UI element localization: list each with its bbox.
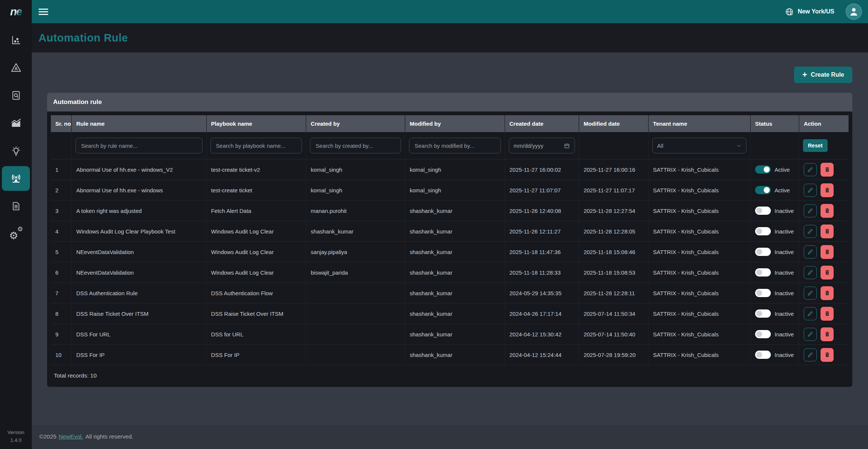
trash-icon <box>824 167 830 172</box>
cell-modified-by: shashank_kumar <box>405 345 505 365</box>
status-toggle[interactable] <box>755 351 771 359</box>
sidebar-item-analytics[interactable] <box>2 28 30 52</box>
cell-rule-name: DSS For IP <box>71 345 206 365</box>
cell-created-by <box>306 303 405 324</box>
cell-sr-no: 6 <box>51 262 71 283</box>
delete-rule-button[interactable] <box>821 163 834 177</box>
bubble-chart-icon <box>10 34 22 46</box>
sidebar-nav: A <box>0 26 32 248</box>
plus-icon: + <box>802 71 807 79</box>
delete-rule-button[interactable] <box>821 307 834 321</box>
edit-rule-button[interactable] <box>804 348 817 361</box>
delete-rule-button[interactable] <box>821 327 834 341</box>
toggle-knob <box>756 311 762 317</box>
edit-rule-button[interactable] <box>804 266 817 279</box>
brand-logo[interactable]: ne <box>0 0 32 23</box>
footer: ©2025 NewEvol. All rights reserved. <box>32 424 868 449</box>
cell-modified-by: shashank_kumar <box>405 303 505 324</box>
delete-rule-button[interactable] <box>821 224 834 238</box>
automation-rules-table: Sr. no. Rule name Playbook name Created … <box>51 115 849 365</box>
rule-name-search-input[interactable] <box>76 138 203 153</box>
status-toggle[interactable] <box>755 186 771 194</box>
cell-sr-no: 8 <box>51 303 71 324</box>
actions-row: + Create Rule <box>47 67 852 83</box>
app-version: Version 1.4.0 <box>0 429 32 445</box>
cell-tenant-name: SATTRIX - Krish_Cubicals <box>648 242 750 262</box>
user-avatar[interactable] <box>846 3 862 20</box>
cell-modified-by: shashank_kumar <box>405 324 505 345</box>
cell-created-by <box>306 345 405 365</box>
alert-triangle-icon: A <box>10 62 22 73</box>
edit-rule-button[interactable] <box>804 163 817 176</box>
edit-rule-button[interactable] <box>804 245 817 259</box>
broadcast-automation-icon <box>10 172 22 184</box>
edit-rule-button[interactable] <box>804 225 817 238</box>
status-toggle[interactable] <box>755 309 771 318</box>
delete-rule-button[interactable] <box>821 348 834 362</box>
cell-action <box>799 262 849 283</box>
reset-filters-button[interactable]: Reset <box>803 139 828 152</box>
cell-created-by: shashank_kumar <box>306 221 405 242</box>
table-row: 2 Abnormal Use of hh.exe - windows test-… <box>51 180 849 201</box>
edit-rule-button[interactable] <box>804 307 817 320</box>
cell-rule-name: DSS For URL <box>71 324 206 345</box>
status-label: Inactive <box>775 352 794 358</box>
status-toggle[interactable] <box>755 268 771 277</box>
cell-tenant-name: SATTRIX - Krish_Cubicals <box>648 201 750 221</box>
edit-rule-button[interactable] <box>804 328 817 341</box>
edit-rule-button[interactable] <box>804 204 817 217</box>
cell-action <box>799 303 849 324</box>
cell-status: Inactive <box>750 201 799 221</box>
table-row: 5 NEeventDataValidation Windows Audit Lo… <box>51 242 849 262</box>
cell-created-date: 2025-11-26 12:11:27 <box>505 221 579 242</box>
status-label: Inactive <box>775 208 794 214</box>
sidebar-item-intelligence[interactable] <box>2 138 30 163</box>
tenant-filter-select[interactable]: All <box>652 138 747 153</box>
playbook-name-search-input[interactable] <box>210 138 302 153</box>
cell-created-by <box>306 283 405 303</box>
table-row: 4 Windows Audit Log Clear Playbook Test … <box>51 221 849 242</box>
cell-status: Inactive <box>750 303 799 324</box>
page-title: Automation Rule <box>39 32 128 44</box>
status-toggle[interactable] <box>755 289 771 297</box>
cell-sr-no: 9 <box>51 324 71 345</box>
topbar-right: New York/US <box>785 3 862 20</box>
status-toggle[interactable] <box>755 227 771 235</box>
status-toggle[interactable] <box>755 207 771 215</box>
menu-icon[interactable] <box>39 9 48 15</box>
sidebar-item-alerts[interactable]: A <box>2 55 30 80</box>
delete-rule-button[interactable] <box>821 204 834 218</box>
cell-modified-by: komal_singh <box>405 159 505 180</box>
pencil-icon <box>807 228 813 235</box>
sidebar-item-investigation[interactable] <box>2 83 30 108</box>
status-toggle[interactable] <box>755 165 771 174</box>
edit-rule-button[interactable] <box>804 287 817 300</box>
table-row: 1 Abnormal Use of hh.exe - windows_V2 te… <box>51 159 849 180</box>
cell-playbook-name: Windows Audit Log Clear <box>206 221 306 242</box>
newevol-logo-icon: ne <box>10 5 22 18</box>
sidebar-item-trends[interactable] <box>2 111 30 135</box>
modified-by-search-input[interactable] <box>409 138 501 153</box>
delete-rule-button[interactable] <box>821 266 834 280</box>
sidebar-item-reports[interactable] <box>2 194 30 219</box>
col-created-by: Created by <box>306 115 405 132</box>
status-toggle[interactable] <box>755 330 771 338</box>
sidebar-item-settings[interactable]: ⚙⚙ <box>2 222 30 246</box>
col-playbook-name: Playbook name <box>206 115 306 132</box>
delete-rule-button[interactable] <box>821 183 834 197</box>
sidebar-item-automation[interactable] <box>2 166 30 191</box>
status-toggle[interactable] <box>755 248 771 256</box>
newevol-link[interactable]: NewEvol. <box>59 433 83 440</box>
create-rule-button[interactable]: + Create Rule <box>794 67 852 83</box>
edit-rule-button[interactable] <box>804 184 817 197</box>
created-by-search-input[interactable] <box>310 138 401 153</box>
cell-created-by: manan.purohit <box>306 201 405 221</box>
chevron-down-icon <box>736 143 742 149</box>
document-search-icon <box>11 90 21 101</box>
delete-rule-button[interactable] <box>821 286 834 300</box>
delete-rule-button[interactable] <box>821 245 834 259</box>
toggle-knob <box>764 167 770 172</box>
cell-created-by <box>306 324 405 345</box>
created-date-picker[interactable]: mm/dd/yyyy <box>509 138 575 153</box>
timezone-selector[interactable]: New York/US <box>785 7 834 16</box>
